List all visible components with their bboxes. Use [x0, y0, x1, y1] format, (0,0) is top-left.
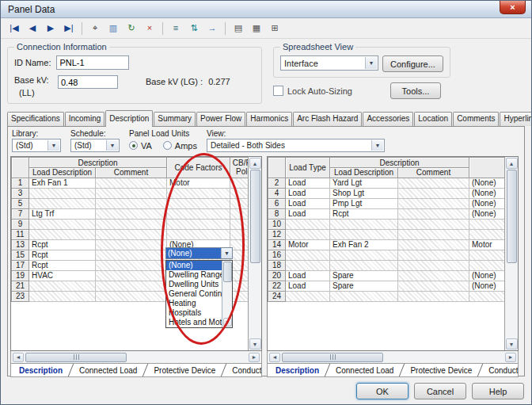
- grid-cell[interactable]: [29, 188, 96, 198]
- tab-specifications[interactable]: Specifications: [7, 112, 64, 126]
- combo-field[interactable]: (None) ▼: [165, 247, 233, 259]
- grid-cell[interactable]: [330, 219, 398, 229]
- listbox-option[interactable]: Dwelling Range: [166, 270, 222, 280]
- grid-cell[interactable]: [29, 229, 96, 239]
- grid-cell[interactable]: [286, 260, 330, 270]
- code-factors-combo-open[interactable]: (None) ▼ ▼ (None)Dwelling RangeDwelling …: [165, 247, 233, 328]
- tab-hyperlinks[interactable]: Hyperlinks: [500, 112, 532, 126]
- delete-icon[interactable]: ×: [141, 21, 158, 36]
- grid-cell[interactable]: Load: [286, 270, 330, 281]
- row-number[interactable]: 6: [268, 198, 286, 208]
- copy-icon[interactable]: ⊞: [266, 21, 283, 36]
- grid-cell[interactable]: [398, 260, 469, 270]
- sheet-tab-protective-device[interactable]: Protective Device: [148, 365, 221, 376]
- grid-cell[interactable]: [330, 260, 398, 270]
- grid-cell[interactable]: [286, 229, 330, 239]
- tab-harmonics[interactable]: Harmonics: [246, 112, 292, 126]
- row-number[interactable]: 24: [268, 291, 286, 301]
- scroll-right-icon[interactable]: ►: [249, 353, 260, 362]
- close-button[interactable]: ×: [500, 1, 526, 14]
- grid-cell[interactable]: Load: [286, 208, 330, 219]
- left-vertical-scrollbar[interactable]: ▲ ▼: [248, 157, 261, 350]
- listbox-option[interactable]: General Continuous: [166, 289, 222, 299]
- refresh-icon[interactable]: ↻: [123, 21, 140, 36]
- grid-cell[interactable]: [29, 281, 96, 291]
- reorder-icon[interactable]: ⇅: [185, 21, 203, 36]
- row-number[interactable]: 11: [12, 229, 29, 239]
- next-record-icon[interactable]: ▶: [42, 21, 59, 36]
- grid-cell[interactable]: [398, 178, 469, 188]
- grid-cell[interactable]: [167, 198, 230, 208]
- va-radio[interactable]: [129, 141, 138, 150]
- schedule-select[interactable]: (Std) ▼: [70, 139, 120, 152]
- first-record-icon[interactable]: |◀: [6, 21, 23, 36]
- grid-cell[interactable]: Rcpt: [29, 250, 96, 260]
- scrollbar-thumb[interactable]: [25, 353, 127, 362]
- tab-power-flow[interactable]: Power Flow: [196, 112, 245, 126]
- scrollbar-thumb[interactable]: [250, 170, 260, 263]
- grid-cell[interactable]: [286, 250, 330, 260]
- configure-button[interactable]: Configure...: [382, 55, 443, 72]
- listbox-option[interactable]: Dwelling Units: [166, 280, 222, 289]
- grid-cell[interactable]: [96, 270, 167, 281]
- grid-cell[interactable]: [398, 229, 469, 239]
- row-number[interactable]: 20: [268, 270, 286, 281]
- grid-cell[interactable]: Pmp Lgt: [330, 198, 398, 208]
- combo-arrow-icon[interactable]: ▼: [221, 248, 232, 258]
- grid-cell[interactable]: Exh Fan 2: [330, 239, 398, 250]
- grid-cell[interactable]: [398, 239, 469, 250]
- print-preview-icon[interactable]: ▦: [248, 21, 265, 36]
- listbox-option[interactable]: Hotels and Motels: [166, 318, 222, 327]
- row-number[interactable]: 13: [12, 239, 29, 250]
- grid-cell[interactable]: [29, 291, 96, 301]
- grid-cell[interactable]: [398, 219, 469, 229]
- listbox-option[interactable]: Heating: [166, 299, 222, 308]
- row-number[interactable]: 18: [268, 260, 286, 270]
- right-horizontal-scrollbar[interactable]: ◄ ►: [267, 351, 519, 364]
- row-number[interactable]: 2: [268, 178, 286, 188]
- grid-cell[interactable]: [96, 250, 167, 260]
- grid-cell[interactable]: [96, 208, 167, 219]
- sheet-tab-description[interactable]: Description: [270, 365, 325, 376]
- tab-accessories[interactable]: Accessories: [363, 112, 413, 126]
- grid-cell[interactable]: [167, 219, 230, 229]
- row-number[interactable]: 4: [268, 188, 286, 198]
- grid-cell[interactable]: [167, 208, 230, 219]
- grid-cell[interactable]: [398, 198, 469, 208]
- tab-incoming[interactable]: Incoming: [65, 112, 105, 126]
- grid-cell[interactable]: [330, 250, 398, 260]
- row-number[interactable]: 1: [12, 178, 29, 188]
- row-number[interactable]: 21: [12, 281, 29, 291]
- row-number[interactable]: 3: [12, 188, 29, 198]
- grid-cell[interactable]: [398, 281, 469, 291]
- grid-cell[interactable]: Load: [286, 198, 330, 208]
- right-vertical-scrollbar[interactable]: ▲ ▼: [504, 157, 518, 350]
- scroll-down-icon[interactable]: ▼: [506, 338, 518, 350]
- grid-cell[interactable]: Shop Lgt: [330, 188, 398, 198]
- grid-cell[interactable]: [286, 291, 330, 301]
- grid-cell[interactable]: Spare: [330, 270, 398, 281]
- sheet-tab-connected-load[interactable]: Connected Load: [330, 365, 399, 376]
- id-name-input[interactable]: [56, 55, 129, 70]
- row-number[interactable]: 16: [268, 250, 286, 260]
- grid-cell[interactable]: Motor: [286, 239, 330, 250]
- grid-cell[interactable]: [398, 208, 469, 219]
- grid-cell[interactable]: Spare: [330, 281, 398, 291]
- scroll-up-icon[interactable]: ▲: [506, 158, 518, 169]
- scroll-down-icon[interactable]: ▼: [223, 318, 232, 327]
- jump-to-icon[interactable]: →: [203, 21, 221, 36]
- library-select[interactable]: (Std) ▼: [12, 139, 61, 152]
- tools-button[interactable]: Tools...: [390, 82, 441, 99]
- sheet-tab-connected-load[interactable]: Connected Load: [74, 365, 142, 376]
- last-record-icon[interactable]: ▶|: [60, 21, 78, 36]
- grid-cell[interactable]: [29, 198, 96, 208]
- row-number[interactable]: 19: [12, 270, 29, 281]
- layers-icon[interactable]: ▥: [104, 21, 122, 36]
- row-number[interactable]: 22: [268, 281, 286, 291]
- grid-cell[interactable]: [96, 291, 167, 301]
- grid-cell[interactable]: [96, 198, 167, 208]
- row-number[interactable]: 23: [12, 291, 29, 301]
- grid-cell[interactable]: [398, 188, 469, 198]
- sheet-tab-protective-device[interactable]: Protective Device: [405, 365, 477, 376]
- grid-cell[interactable]: [398, 291, 469, 301]
